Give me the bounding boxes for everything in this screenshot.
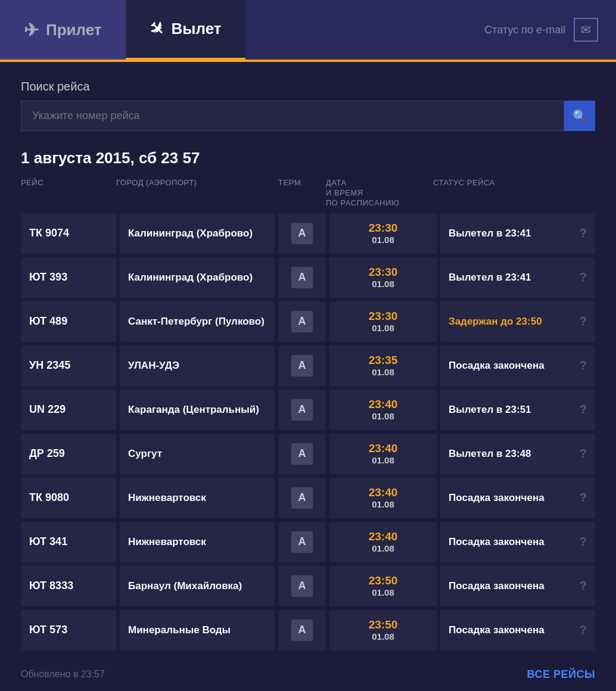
terminal-badge: А bbox=[291, 399, 313, 421]
flight-time: 23:30 01.08 bbox=[329, 213, 437, 254]
flight-terminal: А bbox=[278, 478, 326, 518]
flight-scheduled-date: 01.08 bbox=[372, 279, 394, 289]
flight-time: 23:40 01.08 bbox=[329, 434, 437, 474]
question-icon[interactable]: ? bbox=[580, 359, 587, 372]
question-icon[interactable]: ? bbox=[580, 579, 587, 593]
flight-scheduled-date: 01.08 bbox=[372, 235, 394, 245]
flight-status: Вылетел в 23:41 ? bbox=[440, 257, 595, 298]
departure-label: Вылет bbox=[172, 20, 222, 38]
flight-city: Калининград (Храброво) bbox=[120, 257, 275, 298]
table-row: ЮТ 8333 Барнаул (Михайловка) А 23:50 01.… bbox=[21, 566, 595, 606]
question-icon[interactable]: ? bbox=[580, 403, 587, 416]
flight-time: 23:50 01.08 bbox=[329, 610, 437, 650]
table-row: ДР 259 Сургут А 23:40 01.08 Вылетел в 23… bbox=[21, 434, 595, 474]
flight-scheduled-date: 01.08 bbox=[372, 455, 394, 465]
flight-city: Нижневартовск bbox=[120, 478, 275, 518]
flight-status: Вылетел в 23:48 ? bbox=[440, 434, 595, 474]
flight-terminal: А bbox=[278, 610, 326, 650]
flight-number: ЮТ 489 bbox=[21, 301, 116, 342]
flight-number: УН 2345 bbox=[21, 346, 116, 386]
flight-status-text: Посадка закончена bbox=[449, 536, 545, 548]
flight-terminal: А bbox=[278, 257, 326, 298]
question-icon[interactable]: ? bbox=[580, 226, 587, 240]
flight-terminal: А bbox=[278, 434, 326, 474]
flight-time: 23:30 01.08 bbox=[329, 257, 437, 298]
col-terminal: ТЕРМ. bbox=[278, 178, 326, 208]
flight-time: 23:50 01.08 bbox=[329, 566, 437, 606]
updated-time: Обновлено в 23:57 bbox=[21, 669, 105, 680]
col-datetime: ДАТА И ВРЕМЯ по расписанию bbox=[326, 178, 433, 208]
flight-city: Калининград (Храброво) bbox=[120, 213, 275, 254]
flight-time: 23:40 01.08 bbox=[329, 522, 437, 562]
flight-number: UN 229 bbox=[21, 390, 116, 430]
terminal-badge: А bbox=[291, 487, 313, 509]
table-row: ЮТ 489 Санкт-Петербург (Пулково) А 23:30… bbox=[21, 301, 595, 342]
flight-terminal: А bbox=[278, 522, 326, 562]
flight-scheduled-time: 23:50 bbox=[369, 574, 398, 587]
flight-status: Посадка закончена ? bbox=[440, 522, 595, 562]
col-status: СТАТУС РЕЙСА bbox=[433, 178, 595, 208]
flight-city: УЛАН-УДЭ bbox=[120, 346, 275, 386]
flight-scheduled-time: 23:35 bbox=[369, 354, 398, 367]
question-icon[interactable]: ? bbox=[580, 447, 587, 460]
terminal-badge: А bbox=[291, 355, 313, 376]
flight-number: ЮТ 8333 bbox=[21, 566, 116, 606]
search-icon: 🔍 bbox=[573, 109, 587, 123]
flight-scheduled-date: 01.08 bbox=[372, 411, 394, 421]
departure-icon: ✈ bbox=[144, 16, 169, 41]
flight-status: Задержан до 23:50 ? bbox=[440, 301, 595, 342]
terminal-badge: А bbox=[291, 575, 313, 597]
question-icon[interactable]: ? bbox=[580, 535, 587, 549]
question-icon[interactable]: ? bbox=[580, 270, 587, 284]
flight-number: ЮТ 393 bbox=[21, 257, 116, 298]
flight-status: Вылетел в 23:51 ? bbox=[440, 390, 595, 430]
table-row: ТК 9080 Нижневартовск А 23:40 01.08 Поса… bbox=[21, 478, 595, 518]
flight-scheduled-date: 01.08 bbox=[372, 543, 394, 553]
flight-scheduled-time: 23:30 bbox=[369, 266, 398, 279]
question-icon[interactable]: ? bbox=[580, 491, 587, 505]
flight-scheduled-date: 01.08 bbox=[372, 587, 394, 597]
flight-status-text: Посадка закончена bbox=[449, 360, 545, 372]
footer: Обновлено в 23:57 ВСЕ РЕЙСЫ bbox=[21, 656, 595, 687]
arrival-label: Прилет bbox=[46, 21, 102, 39]
flight-scheduled-time: 23:50 bbox=[369, 618, 398, 631]
flight-scheduled-time: 23:40 bbox=[369, 442, 398, 455]
flight-city: Караганда (Центральный) bbox=[120, 390, 275, 430]
flight-city: Минеральные Воды bbox=[120, 610, 275, 650]
col-city: ГОРОД (АЭРОПОРТ) bbox=[116, 178, 278, 208]
flight-city: Нижневартовск bbox=[120, 522, 275, 562]
header: ✈ Прилет ✈ Вылет Статус по e-mail ✉ bbox=[0, 0, 616, 60]
flight-scheduled-date: 01.08 bbox=[372, 499, 394, 509]
flight-status: Посадка закончена ? bbox=[440, 346, 595, 386]
flight-scheduled-date: 01.08 bbox=[372, 631, 394, 642]
flight-scheduled-date: 01.08 bbox=[372, 367, 394, 377]
arrival-icon: ✈ bbox=[24, 20, 39, 41]
all-flights-link[interactable]: ВСЕ РЕЙСЫ bbox=[527, 668, 595, 681]
flight-scheduled-time: 23:40 bbox=[369, 398, 398, 411]
flight-scheduled-time: 23:40 bbox=[369, 530, 398, 543]
flight-status: Посадка закончена ? bbox=[440, 610, 595, 650]
table-row: УН 2345 УЛАН-УДЭ А 23:35 01.08 Посадка з… bbox=[21, 346, 595, 386]
question-icon[interactable]: ? bbox=[580, 623, 587, 637]
flight-status-text: Вылетел в 23:51 bbox=[449, 404, 531, 416]
flight-status-text: Посадка закончена bbox=[449, 492, 545, 504]
flight-terminal: А bbox=[278, 390, 326, 430]
search-button[interactable]: 🔍 bbox=[564, 101, 595, 131]
flight-number: ТК 9080 bbox=[21, 478, 116, 518]
question-icon[interactable]: ? bbox=[580, 315, 587, 328]
flight-terminal: А bbox=[278, 213, 326, 254]
email-status-label: Статус по e-mail bbox=[484, 24, 565, 36]
tab-arrival[interactable]: ✈ Прилет bbox=[0, 0, 126, 60]
email-status-button[interactable]: Статус по e-mail ✉ bbox=[466, 0, 616, 60]
flight-status-text: Задержан до 23:50 bbox=[449, 316, 542, 328]
flight-city: Барнаул (Михайловка) bbox=[120, 566, 275, 606]
terminal-badge: А bbox=[291, 223, 313, 244]
search-input[interactable] bbox=[21, 101, 564, 131]
table-row: UN 229 Караганда (Центральный) А 23:40 0… bbox=[21, 390, 595, 430]
current-datetime: 1 августа 2015, сб 23 57 bbox=[21, 149, 595, 167]
flight-scheduled-time: 23:30 bbox=[369, 222, 398, 235]
flight-status-text: Посадка закончена bbox=[449, 624, 545, 636]
flight-scheduled-time: 23:30 bbox=[369, 310, 398, 323]
tab-departure[interactable]: ✈ Вылет bbox=[126, 0, 245, 60]
flight-scheduled-date: 01.08 bbox=[372, 323, 394, 333]
